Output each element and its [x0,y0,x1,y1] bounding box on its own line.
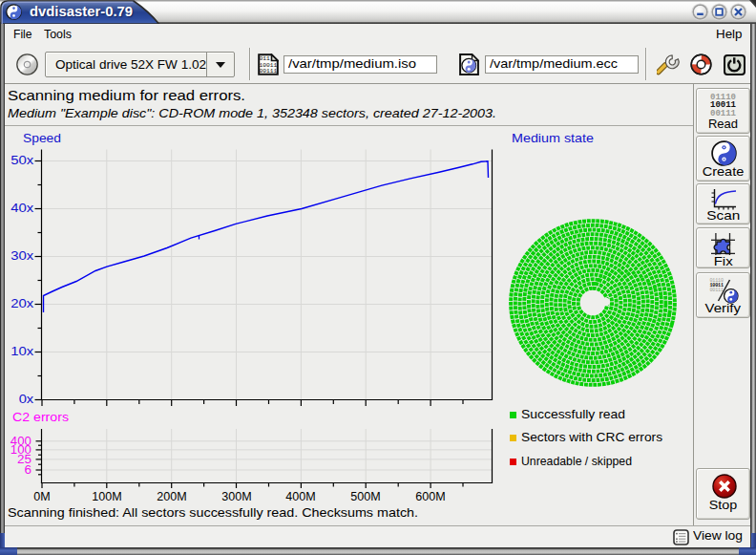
svg-text:00111: 00111 [710,288,724,293]
